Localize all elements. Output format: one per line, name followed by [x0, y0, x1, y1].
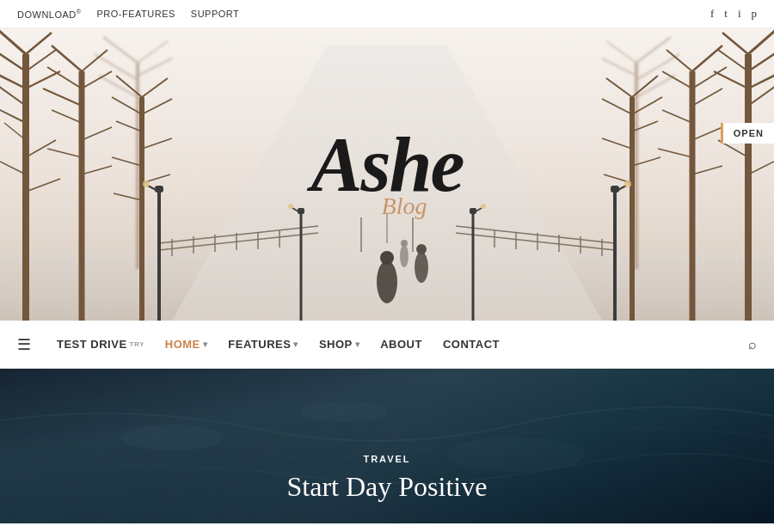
- article-category: TRAVEL: [0, 454, 774, 464]
- pro-features-link[interactable]: PRO-FEATURES: [96, 9, 175, 20]
- svg-point-123: [120, 425, 224, 450]
- nav-left: ☰ TEST DRIVETRY HOME ▾ FEATURES ▾ SHOP ▾…: [17, 333, 508, 356]
- nav-label-home: HOME: [165, 338, 200, 351]
- top-bar: DOWNLOAD® PRO-FEATURES SUPPORT f t i p: [0, 0, 774, 28]
- pinterest-icon[interactable]: p: [752, 7, 758, 21]
- facebook-icon[interactable]: f: [710, 7, 714, 21]
- svg-point-125: [301, 401, 387, 422]
- download-link[interactable]: DOWNLOAD®: [17, 9, 81, 20]
- article-section: TRAVEL Start Day Positive: [0, 369, 774, 523]
- article-title[interactable]: Start Day Positive: [0, 471, 774, 503]
- site-title: Ashe: [310, 130, 463, 199]
- nav-links: TEST DRIVETRY HOME ▾ FEATURES ▾ SHOP ▾ A…: [48, 333, 508, 356]
- nav-label-test-drive: TEST DRIVE: [57, 338, 127, 351]
- instagram-icon[interactable]: i: [738, 7, 741, 21]
- hamburger-icon[interactable]: ☰: [17, 335, 31, 354]
- nav-item-contact[interactable]: CONTACT: [434, 333, 508, 356]
- hero-section: Ashe Blog OPEN: [0, 28, 774, 321]
- nav-item-shop[interactable]: SHOP ▾: [310, 333, 368, 356]
- search-icon[interactable]: ⌕: [748, 337, 757, 352]
- social-links: f t i p: [710, 7, 757, 21]
- nav-item-features[interactable]: FEATURES ▾: [219, 333, 307, 356]
- chevron-down-icon-features: ▾: [293, 339, 298, 349]
- hero-logo: Ashe Blog: [310, 130, 463, 220]
- nav-label-features: FEATURES: [228, 338, 291, 351]
- chevron-down-icon: ▾: [203, 339, 208, 349]
- chevron-down-icon-shop: ▾: [355, 339, 360, 349]
- hero-background: Ashe Blog OPEN: [0, 28, 774, 321]
- nav-item-home[interactable]: HOME ▾: [157, 333, 217, 356]
- top-bar-links: DOWNLOAD® PRO-FEATURES SUPPORT: [17, 9, 239, 20]
- twitter-icon[interactable]: t: [724, 7, 728, 21]
- nav-label-shop: SHOP: [319, 338, 353, 351]
- support-link[interactable]: SUPPORT: [191, 9, 239, 20]
- nav-item-about[interactable]: ABOUT: [372, 333, 431, 356]
- nav-label-contact: CONTACT: [443, 338, 500, 351]
- open-badge[interactable]: OPEN: [721, 123, 774, 144]
- article-content: TRAVEL Start Day Positive: [0, 454, 774, 503]
- nav-item-test-drive[interactable]: TEST DRIVETRY: [48, 333, 153, 356]
- nav-sup-test-drive: TRY: [130, 340, 144, 348]
- navigation: ☰ TEST DRIVETRY HOME ▾ FEATURES ▾ SHOP ▾…: [0, 321, 774, 369]
- nav-label-about: ABOUT: [380, 338, 422, 351]
